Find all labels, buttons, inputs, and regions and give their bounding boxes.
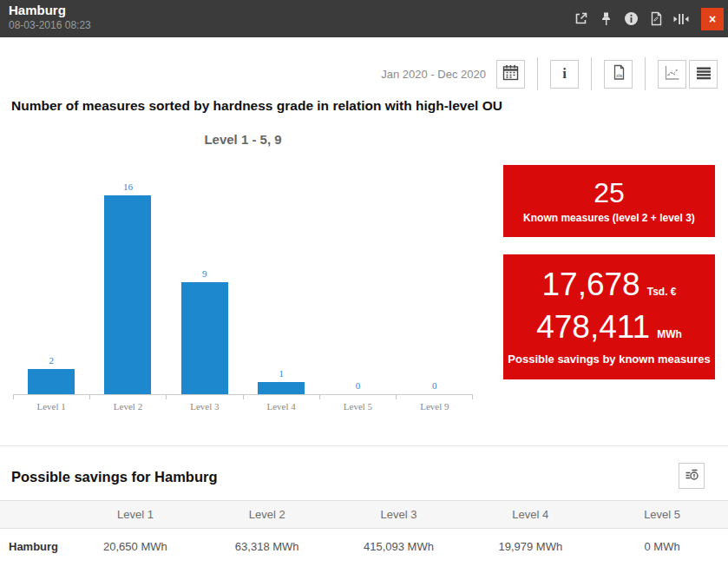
savings-table-title: Possible savings for Hamburg <box>11 469 217 485</box>
savings-cost-unit: Tsd. € <box>647 286 677 298</box>
bar-column-level-2: 16 <box>89 172 166 394</box>
measures-bar-chart: 2169100 Level 1Level 2Level 3Level 4Leve… <box>13 172 473 412</box>
bar-column-level-5: 0 <box>319 172 396 394</box>
bar-value-level-9: 0 <box>397 380 473 391</box>
chart-plot-area: 2169100 <box>13 172 473 395</box>
report-toolbar: Jan 2020 - Dec 2020 i xls <box>381 57 718 90</box>
bar-level-3[interactable] <box>181 282 228 394</box>
table-body: Hamburg20,650 MWh63,318 MWh415,093 MWh19… <box>0 529 728 564</box>
x-axis-labels: Level 1Level 2Level 3Level 4Level 5Level… <box>13 401 473 412</box>
toolbar-separator <box>645 57 646 90</box>
table-cell: 0 MWh <box>596 540 728 553</box>
x-tick <box>397 395 473 399</box>
bar-value-level-1: 2 <box>13 355 89 366</box>
bar-value-level-2: 16 <box>89 181 166 192</box>
x-axis-label-level-4: Level 4 <box>243 401 319 412</box>
report-title: Number of measures sorted by hardness gr… <box>11 98 502 114</box>
report-window: Hamburg 08-03-2016 08:23 <box>0 0 728 580</box>
x-axis-label-level-9: Level 9 <box>397 401 473 412</box>
info-icon[interactable] <box>622 10 639 28</box>
list-icon <box>696 66 712 82</box>
bar-value-level-5: 0 <box>319 380 396 391</box>
x-axis-label-level-1: Level 1 <box>13 401 89 412</box>
table-header-row: Level 1Level 2Level 3Level 4Level 5 <box>0 500 728 529</box>
list-view-button[interactable] <box>689 60 718 89</box>
export-xls-button[interactable]: xls <box>604 60 633 89</box>
x-axis-ticks <box>13 395 473 399</box>
window-title: Hamburg <box>9 3 66 17</box>
table-cell: 20,650 MWh <box>69 540 201 553</box>
bar-column-level-3: 9 <box>167 172 243 394</box>
window-titlebar: Hamburg 08-03-2016 08:23 <box>0 0 728 37</box>
toolbar-separator <box>537 57 538 90</box>
x-axis-label-level-2: Level 2 <box>89 401 166 412</box>
column-header-level-2: Level 2 <box>201 508 333 521</box>
x-tick <box>320 395 397 399</box>
section-divider <box>0 445 728 446</box>
column-header-level-4: Level 4 <box>464 508 596 521</box>
view-toggle-group <box>658 60 718 89</box>
known-measures-value: 25 <box>503 178 715 208</box>
close-button[interactable]: × <box>701 8 724 30</box>
column-header-level-1: Level 1 <box>69 508 201 521</box>
table-row-hamburg: Hamburg20,650 MWh63,318 MWh415,093 MWh19… <box>0 529 728 564</box>
savings-cost-value: 17,678 <box>542 267 640 302</box>
table-cell: 63,318 MWh <box>201 540 333 553</box>
x-axis-label-level-3: Level 3 <box>167 401 243 412</box>
bar-level-2[interactable] <box>104 195 151 394</box>
bar-column-level-4: 1 <box>243 172 319 394</box>
chart-title: Level 1 - 5, 9 <box>13 132 473 147</box>
pin-icon[interactable] <box>597 10 614 28</box>
x-tick <box>244 395 320 399</box>
x-axis-label-level-5: Level 5 <box>319 401 396 412</box>
savings-energy-value: 478,411 <box>536 310 650 345</box>
titlebar-icon-group: × <box>572 0 724 37</box>
x-tick <box>167 395 243 399</box>
pdf-export-icon[interactable] <box>647 10 665 28</box>
open-external-icon[interactable] <box>572 10 589 28</box>
calendar-icon <box>502 64 519 83</box>
calendar-button[interactable] <box>496 60 525 89</box>
known-measures-stat-box: 25 Known measures (level 2 + level 3) <box>503 165 715 237</box>
savings-energy-row: 478,411 MWh <box>503 310 715 345</box>
column-header-level-3: Level 3 <box>333 508 465 521</box>
unit-settings-button[interactable] <box>679 463 705 489</box>
possible-savings-table: Level 1Level 2Level 3Level 4Level 5 Hamb… <box>0 500 728 564</box>
row-label: Hamburg <box>0 540 69 553</box>
table-cell: 415,093 MWh <box>333 540 465 553</box>
savings-energy-unit: MWh <box>657 328 682 340</box>
known-measures-label: Known measures (level 2 + level 3) <box>503 212 715 224</box>
bar-value-level-3: 9 <box>167 268 243 279</box>
xls-file-icon: xls <box>611 64 626 83</box>
date-range-label: Jan 2020 - Dec 2020 <box>381 68 486 81</box>
chart-view-button[interactable] <box>658 60 686 89</box>
x-tick <box>90 395 167 399</box>
bar-value-level-4: 1 <box>243 368 319 379</box>
possible-savings-stat-box: 17,678 Tsd. € 478,411 MWh Possible savin… <box>503 254 715 379</box>
savings-cost-row: 17,678 Tsd. € <box>503 267 715 302</box>
bar-column-level-9: 0 <box>397 172 473 394</box>
info-letter-icon: i <box>562 65 567 82</box>
bar-column-level-1: 2 <box>13 172 89 394</box>
bar-level-4[interactable] <box>258 382 305 394</box>
resize-horizontal-icon[interactable] <box>672 10 690 28</box>
table-cell: 19,979 MWh <box>464 540 596 553</box>
scatter-chart-icon <box>664 65 680 83</box>
column-header-level-5: Level 5 <box>596 508 728 521</box>
window-timestamp: 08-03-2016 08:23 <box>9 19 91 31</box>
bar-level-1[interactable] <box>28 369 75 394</box>
x-tick <box>14 395 90 399</box>
info-button[interactable]: i <box>550 60 579 89</box>
savings-label: Possible savings by known measures <box>503 353 715 366</box>
toolbar-separator <box>591 57 592 90</box>
svg-text:xls: xls <box>616 73 622 78</box>
coin-list-icon <box>685 468 699 484</box>
